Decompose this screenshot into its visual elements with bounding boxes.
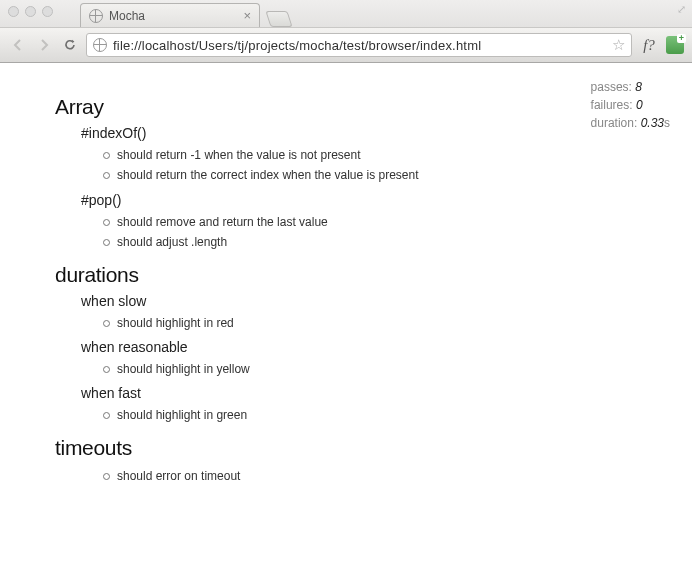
test-list: should remove and return the last values… xyxy=(103,212,637,253)
suite: #indexOf()should return -1 when the valu… xyxy=(55,125,637,186)
test-item[interactable]: should return -1 when the value is not p… xyxy=(103,145,637,165)
stat-duration-unit: s xyxy=(664,116,670,130)
test-list: should highlight in green xyxy=(103,405,637,425)
suite: when slowshould highlight in red xyxy=(55,293,637,333)
extension-icon[interactable]: + xyxy=(666,36,684,54)
mocha-report: passes: 8 failures: 0 duration: 0.33s Ar… xyxy=(0,63,692,514)
mocha-stats: passes: 8 failures: 0 duration: 0.33s xyxy=(591,78,670,132)
url-text: file://localhost/Users/tj/projects/mocha… xyxy=(113,38,606,53)
stat-passes-value: 8 xyxy=(635,80,642,94)
minimize-window-button[interactable] xyxy=(25,6,36,17)
suite-title[interactable]: when fast xyxy=(81,385,637,401)
test-item[interactable]: should highlight in green xyxy=(103,405,637,425)
stat-failures: failures: 0 xyxy=(591,96,670,114)
stat-passes: passes: 8 xyxy=(591,78,670,96)
suite-title[interactable]: when slow xyxy=(81,293,637,309)
suite: durationswhen slowshould highlight in re… xyxy=(55,263,637,426)
test-item[interactable]: should highlight in red xyxy=(103,313,637,333)
extension-f-button[interactable]: f? xyxy=(638,37,660,54)
browser-chrome: ⤢ Mocha × file://localhost/Users/tj/proj… xyxy=(0,0,692,63)
suite: when reasonableshould highlight in yello… xyxy=(55,339,637,379)
reload-icon xyxy=(63,38,77,52)
close-tab-button[interactable]: × xyxy=(243,8,251,23)
suite: #pop()should remove and return the last … xyxy=(55,192,637,253)
suite-title[interactable]: #pop() xyxy=(81,192,637,208)
globe-icon xyxy=(93,38,107,52)
globe-icon xyxy=(89,9,103,23)
chevron-right-icon xyxy=(38,39,50,51)
test-list: should error on timeout xyxy=(103,466,637,486)
tab-mocha[interactable]: Mocha × xyxy=(80,3,260,27)
address-bar: file://localhost/Users/tj/projects/mocha… xyxy=(0,27,692,62)
omnibox[interactable]: file://localhost/Users/tj/projects/mocha… xyxy=(86,33,632,57)
test-item[interactable]: should adjust .length xyxy=(103,232,637,252)
suite-title[interactable]: Array xyxy=(55,95,637,119)
expand-icon[interactable]: ⤢ xyxy=(677,3,686,16)
stat-passes-label: passes: xyxy=(591,80,632,94)
stat-duration-label: duration: xyxy=(591,116,638,130)
mocha-suites: Array#indexOf()should return -1 when the… xyxy=(55,95,637,486)
stat-failures-label: failures: xyxy=(591,98,633,112)
tab-bar: Mocha × xyxy=(0,3,692,27)
suite-title[interactable]: timeouts xyxy=(55,436,637,460)
suite: timeoutsshould error on timeout xyxy=(55,436,637,486)
back-button[interactable] xyxy=(8,35,28,55)
suite-title[interactable]: durations xyxy=(55,263,637,287)
suite: when fastshould highlight in green xyxy=(55,385,637,425)
suite: Array#indexOf()should return -1 when the… xyxy=(55,95,637,253)
test-item[interactable]: should remove and return the last value xyxy=(103,212,637,232)
bookmark-star-icon[interactable]: ☆ xyxy=(612,36,625,54)
stat-duration: duration: 0.33s xyxy=(591,114,670,132)
stat-failures-value: 0 xyxy=(636,98,643,112)
test-item[interactable]: should error on timeout xyxy=(103,466,637,486)
forward-button[interactable] xyxy=(34,35,54,55)
zoom-window-button[interactable] xyxy=(42,6,53,17)
test-list: should highlight in red xyxy=(103,313,637,333)
new-tab-button[interactable] xyxy=(265,11,292,27)
chevron-left-icon xyxy=(12,39,24,51)
suite-title[interactable]: #indexOf() xyxy=(81,125,637,141)
test-item[interactable]: should highlight in yellow xyxy=(103,359,637,379)
test-list: should return -1 when the value is not p… xyxy=(103,145,637,186)
suite-title[interactable]: when reasonable xyxy=(81,339,637,355)
reload-button[interactable] xyxy=(60,35,80,55)
plus-icon: + xyxy=(677,34,686,43)
test-list: should highlight in yellow xyxy=(103,359,637,379)
tab-title: Mocha xyxy=(109,9,145,23)
stat-duration-value: 0.33 xyxy=(641,116,664,130)
close-window-button[interactable] xyxy=(8,6,19,17)
test-item[interactable]: should return the correct index when the… xyxy=(103,165,637,185)
